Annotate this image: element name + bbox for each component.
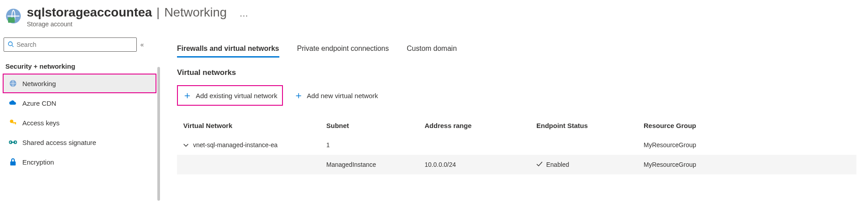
search-icon	[8, 41, 14, 49]
action-label: Add new virtual network	[307, 92, 378, 99]
section-heading: Security + networking	[5, 62, 156, 70]
col-subnet: Subnet	[326, 122, 425, 129]
sidebar-item-sas[interactable]: Shared access signature	[4, 132, 156, 152]
table-subrow[interactable]: ManagedInstance 10.0.0.0/24 Enabled MyRe…	[177, 155, 856, 174]
tab-private-endpoints[interactable]: Private endpoint connections	[297, 45, 389, 58]
nav-list: Networking Azure CDN Access keys Shared …	[4, 74, 156, 172]
action-row: ＋ Add existing virtual network ＋ Add new…	[177, 85, 868, 106]
subnet-count: 1	[326, 141, 425, 149]
col-resource-group: Resource Group	[644, 122, 778, 129]
col-address-range: Address range	[425, 122, 536, 129]
table-header: Virtual Network Subnet Address range End…	[177, 116, 856, 135]
add-new-vnet-button[interactable]: ＋ Add new virtual network	[289, 85, 383, 106]
plus-icon: ＋	[294, 89, 303, 102]
sidebar-item-networking[interactable]: Networking	[3, 74, 156, 93]
status-text: Enabled	[546, 161, 569, 168]
add-existing-vnet-button[interactable]: ＋ Add existing virtual network	[177, 85, 283, 106]
sidebar-item-label: Encryption	[22, 158, 54, 166]
address-range: 10.0.0.0/24	[425, 161, 536, 168]
cdn-icon	[9, 99, 17, 107]
vnet-name: vnet-sql-managed-instance-ea	[193, 141, 278, 149]
page-title: Networking	[164, 5, 227, 20]
search-input[interactable]	[4, 37, 137, 52]
tab-firewalls[interactable]: Firewalls and virtual networks	[177, 45, 279, 58]
sidebar-item-encryption[interactable]: Encryption	[4, 152, 156, 172]
sidebar-item-azure-cdn[interactable]: Azure CDN	[4, 93, 156, 113]
check-icon	[536, 161, 543, 168]
tab-bar: Firewalls and virtual networks Private e…	[177, 45, 868, 58]
vnet-name-cell: vnet-sql-managed-instance-ea	[183, 141, 326, 149]
sidebar: « Security + networking Networking Azure…	[0, 0, 156, 223]
col-endpoint-status: Endpoint Status	[536, 122, 644, 129]
svg-rect-8	[10, 161, 16, 165]
action-label: Add existing virtual network	[196, 92, 278, 99]
search-field[interactable]	[17, 41, 133, 48]
more-icon[interactable]: …	[239, 8, 249, 19]
chevron-down-icon[interactable]	[183, 141, 189, 149]
collapse-icon[interactable]: «	[140, 41, 142, 48]
svg-line-3	[12, 45, 14, 47]
sidebar-item-label: Shared access signature	[22, 139, 96, 146]
scrollbar[interactable]	[157, 67, 160, 201]
endpoint-status: Enabled	[536, 161, 644, 168]
sidebar-item-label: Access keys	[22, 119, 59, 127]
main-content: Firewalls and virtual networks Private e…	[156, 0, 868, 223]
sidebar-item-access-keys[interactable]: Access keys	[4, 113, 156, 132]
resource-group: MyResourceGroup	[644, 161, 778, 168]
resource-group: MyResourceGroup	[644, 141, 778, 149]
table-row[interactable]: vnet-sql-managed-instance-ea 1 MyResourc…	[177, 135, 856, 155]
lock-icon	[9, 158, 17, 166]
key-icon	[9, 119, 17, 127]
sidebar-item-label: Networking	[22, 80, 56, 87]
plus-icon: ＋	[182, 89, 192, 102]
svg-rect-7	[15, 122, 16, 124]
col-vnet: Virtual Network	[183, 122, 326, 129]
subnet-name: ManagedInstance	[326, 161, 425, 168]
sidebar-item-label: Azure CDN	[22, 99, 56, 107]
vnet-table: Virtual Network Subnet Address range End…	[177, 116, 856, 174]
title-divider: |	[156, 5, 160, 20]
link-icon	[9, 138, 17, 146]
globe-icon	[9, 79, 17, 87]
tab-custom-domain[interactable]: Custom domain	[407, 45, 457, 58]
vnet-heading: Virtual networks	[177, 68, 868, 77]
svg-point-2	[8, 41, 13, 45]
